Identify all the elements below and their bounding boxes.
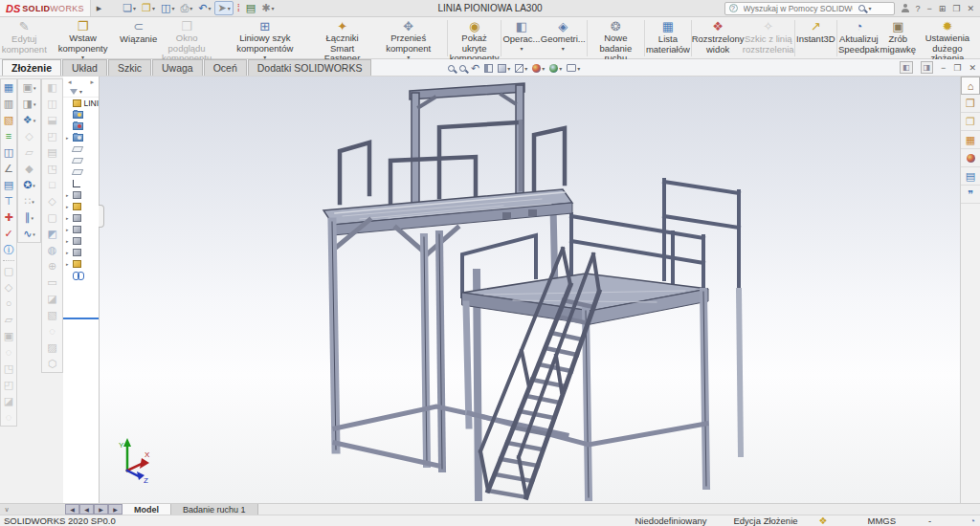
a14-button[interactable]: ◪ — [42, 291, 62, 307]
a13-button[interactable]: ▭ — [42, 274, 62, 291]
component-3-row[interactable]: ▸ — [63, 212, 99, 224]
measure-button[interactable]: ▥ — [1, 96, 16, 112]
evaluate-button[interactable]: ◫ — [1, 144, 16, 161]
surface-3-button[interactable]: ○ — [1, 296, 16, 312]
open-file-button[interactable]: ❐▾ — [140, 2, 157, 14]
tab-markup[interactable]: Uwaga — [152, 59, 203, 76]
dim-tool-button[interactable]: ⊤ — [1, 193, 16, 209]
assembly-root-row[interactable]: LINI — [63, 98, 99, 109]
tree-splitter[interactable] — [63, 318, 99, 319]
move-component-button[interactable]: ✥Przenieś komponent▾ — [370, 18, 446, 58]
reference-geometry-button[interactable]: ◈Geometri...▾ — [541, 18, 586, 58]
expander-icon[interactable]: ▸ — [66, 228, 71, 232]
prev-pane-arrow[interactable]: ◂ — [68, 78, 72, 86]
next-pane-arrow[interactable]: ▸ — [90, 78, 94, 86]
large-assembly-settings-button[interactable]: ✹Ustawienia dużego złożenia — [917, 18, 978, 58]
last-tab-button[interactable]: ▶ — [108, 504, 122, 515]
print-button[interactable]: ⎙▾ — [178, 2, 194, 14]
box-tool-button[interactable]: ◨▾ — [18, 96, 40, 112]
options-gear-button[interactable]: ✱▾ — [259, 2, 276, 14]
doc-close-button[interactable]: ✕ — [969, 63, 976, 73]
surface-6-button[interactable]: ◌ — [1, 344, 16, 361]
prev-tab-button[interactable]: ◀ — [79, 504, 94, 515]
design-library-button[interactable]: ❐ — [961, 113, 980, 131]
assembly-features-button[interactable]: ◧Operac...▾ — [502, 18, 541, 58]
collapse-chevron[interactable]: ∨ — [0, 504, 13, 515]
info-tool-button[interactable]: ⓘ — [1, 242, 16, 258]
save-button[interactable]: ◫▾ — [159, 2, 176, 14]
ghost-1-button[interactable]: ◇ — [18, 128, 40, 144]
expander-icon[interactable]: ▸ — [66, 193, 71, 198]
model-tab[interactable]: Model — [122, 504, 171, 515]
a15-button[interactable]: ▧ — [42, 307, 62, 323]
front-plane-row[interactable] — [63, 143, 99, 155]
ghost-2-button[interactable]: ▱ — [18, 144, 40, 161]
new-motion-study-button[interactable]: ❂Nowe badanie ruchu — [588, 18, 643, 58]
restore-button[interactable]: ❐ — [952, 4, 960, 13]
doc-restore-button[interactable]: ❐ — [953, 63, 961, 73]
pane-toggle-left-icon[interactable]: ◧ — [900, 61, 913, 74]
grid-button[interactable]: ⊞ — [939, 4, 947, 13]
surface-10-button[interactable]: ◌ — [1, 409, 16, 426]
surface-8-button[interactable]: ◰ — [1, 377, 16, 393]
search-icon[interactable] — [858, 5, 865, 11]
tree-filter[interactable]: ▾ — [63, 86, 99, 98]
section-view-button[interactable] — [484, 64, 493, 73]
component-2-row[interactable]: ▸ — [63, 201, 99, 212]
linear-component-pattern-button[interactable]: ⊞Liniowy szyk komponentów▾ — [216, 18, 314, 58]
bom-tool-button[interactable]: ▤ — [1, 177, 16, 193]
appearances-scenes-button[interactable] — [961, 149, 980, 167]
close-button[interactable]: ✕ — [967, 4, 974, 13]
tab-evaluate[interactable]: Oceń — [204, 59, 247, 76]
view-orientation-button[interactable]: ▾ — [498, 64, 510, 73]
a16-button[interactable]: ◌ — [42, 323, 62, 340]
expander-icon[interactable]: ▸ — [66, 216, 71, 221]
component-5-row[interactable]: ▸ — [63, 235, 99, 247]
user-account-icon[interactable] — [902, 9, 909, 12]
edit-appearance-button[interactable]: ▾ — [549, 64, 562, 73]
tab-sketch[interactable]: Szkic — [108, 59, 151, 76]
pane-toggle-right-icon[interactable]: ◨ — [921, 61, 934, 74]
zoom-to-fit-button[interactable] — [448, 65, 455, 72]
component-1-row[interactable]: ▸ — [63, 189, 99, 201]
equations-button[interactable]: ≡ — [1, 128, 16, 144]
a12-button[interactable]: ⊕ — [42, 258, 62, 274]
a10-button[interactable]: ◩ — [42, 226, 62, 242]
a18-button[interactable]: ⬡ — [42, 356, 62, 372]
pin-tool-button[interactable]: ✚ — [1, 209, 16, 226]
top-plane-row[interactable] — [63, 155, 99, 166]
surface-5-button[interactable]: ▣ — [1, 328, 16, 344]
surface-2-button[interactable]: ◇ — [1, 279, 16, 296]
component-4-row[interactable]: ▸ — [63, 224, 99, 235]
bill-of-materials-button[interactable]: ▦Lista materiałów — [646, 18, 690, 58]
component-6-row[interactable]: ▸ — [63, 247, 99, 258]
mass-properties-button[interactable]: ▧ — [1, 112, 16, 128]
tab-addins[interactable]: Dodatki SOLIDWORKS — [248, 59, 372, 76]
take-snapshot-button[interactable]: ▣Zrób migawkę — [880, 18, 917, 58]
undo-button[interactable]: ↶▾ — [196, 2, 212, 14]
tab-layout[interactable]: Układ — [62, 59, 107, 76]
zoom-to-area-button[interactable] — [459, 65, 466, 72]
new-file-button[interactable]: ❏▾ — [121, 2, 138, 14]
smart-fasteners-button[interactable]: ✦Łączniki Smart Fastener — [314, 18, 370, 58]
view-settings-button[interactable]: ▾ — [567, 64, 580, 72]
annotations-folder-row[interactable]: ▸ — [63, 132, 99, 143]
surface-9-button[interactable]: ◪ — [1, 393, 16, 409]
forum-button[interactable]: ❞ — [961, 186, 980, 204]
view-cube-button[interactable]: ❖▾ — [18, 112, 40, 128]
subassembly-row[interactable]: ▸ — [63, 258, 99, 270]
right-plane-row[interactable] — [63, 166, 99, 178]
mates-group-row[interactable] — [63, 270, 99, 281]
motion-study-tab[interactable]: Badanie ruchu 1 — [171, 504, 258, 515]
sensors-folder-row[interactable] — [63, 121, 99, 132]
custom-properties-button[interactable]: ▤ — [961, 167, 980, 186]
camera-tool-button[interactable]: ▣▾ — [18, 79, 40, 96]
expander-icon[interactable]: ▸ — [66, 136, 71, 141]
a11-button[interactable]: ◍ — [42, 242, 62, 258]
display-style-button[interactable]: ▾ — [515, 64, 527, 73]
minimize-button[interactable]: − — [927, 4, 932, 13]
compass-tool-button[interactable]: ✪▾ — [18, 177, 40, 193]
a1-button[interactable]: ◧ — [42, 79, 62, 96]
a7-button[interactable]: □ — [42, 177, 62, 193]
expander-icon[interactable]: ▸ — [66, 262, 71, 267]
